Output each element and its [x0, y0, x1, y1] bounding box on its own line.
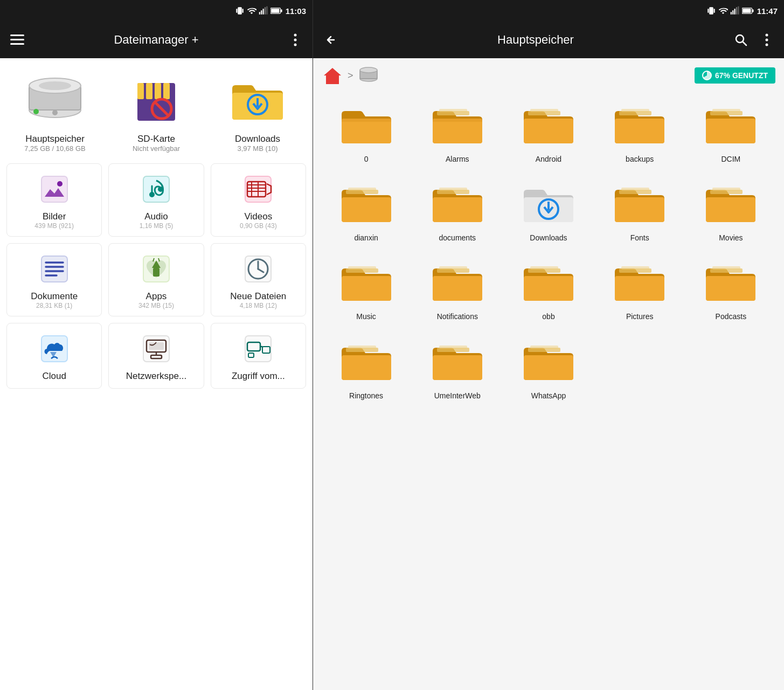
hauptspeicher-sub: 7,25 GB / 10,68 GB	[24, 144, 85, 153]
audio-sub: 1,16 MB (5)	[140, 222, 174, 230]
folder-android[interactable]: Android	[504, 94, 593, 168]
hauptspeicher-label: Hauptspeicher	[25, 134, 85, 144]
svg-rect-9	[271, 9, 279, 13]
cloud-label: Cloud	[42, 371, 66, 382]
right-wifi-icon	[718, 6, 728, 16]
folder-dianxin-name: dianxin	[354, 233, 378, 243]
vibrate-icon	[235, 6, 245, 16]
category-apps[interactable]: Apps 342 MB (15)	[108, 243, 204, 316]
folder-whatsapp[interactable]: WhatsApp	[504, 330, 593, 405]
bilder-sub: 439 MB (921)	[34, 222, 74, 230]
folder-icon	[339, 104, 393, 147]
right-time: 11:47	[757, 6, 778, 16]
svg-rect-93	[433, 119, 482, 143]
storage-item-downloads-main[interactable]: Downloads 3,97 MB (10)	[214, 67, 301, 153]
right-panel: 11:47 Hauptspeicher >	[313, 0, 784, 690]
folder-obb[interactable]: obb	[504, 251, 593, 326]
svg-point-16	[294, 44, 297, 46]
category-bilder[interactable]: Bilder 439 MB (921)	[6, 163, 102, 237]
storage-row: Hauptspeicher 7,25 GB / 10,68 GB	[4, 67, 308, 153]
svg-rect-109	[433, 197, 482, 222]
dokumente-label: Dokumente	[31, 291, 78, 302]
svg-rect-138	[348, 346, 376, 349]
folder-dcim[interactable]: DCIM	[686, 94, 775, 168]
storage-item-hauptspeicher[interactable]: Hauptspeicher 7,25 GB / 10,68 GB	[12, 67, 98, 153]
svg-rect-10	[281, 9, 282, 12]
folder-notifications[interactable]: Notifications	[413, 251, 502, 326]
category-netzwerk[interactable]: Netzwerkspe...	[108, 323, 204, 389]
svg-rect-5	[262, 9, 263, 15]
svg-rect-106	[342, 197, 391, 222]
svg-rect-130	[615, 276, 664, 301]
folder-fonts[interactable]: Fonts	[595, 172, 684, 247]
svg-rect-133	[706, 276, 755, 301]
search-button[interactable]	[732, 31, 750, 49]
svg-point-34	[57, 181, 63, 187]
sdkarte-label: SD-Karte	[137, 134, 175, 144]
svg-rect-70	[713, 9, 714, 13]
svg-point-15	[294, 39, 297, 42]
folder-ringtones[interactable]: Ringtones	[322, 330, 411, 405]
svg-rect-35	[143, 176, 169, 202]
svg-rect-6	[265, 7, 266, 15]
folder-downloads[interactable]: Downloads	[504, 172, 593, 247]
svg-rect-108	[348, 188, 376, 191]
svg-point-37	[158, 187, 163, 192]
folder-ringtones-name: Ringtones	[349, 391, 383, 401]
left-more-button[interactable]	[287, 31, 304, 49]
folder-podcasts[interactable]: Podcasts	[686, 251, 775, 326]
folder-music-name: Music	[356, 312, 376, 321]
category-zugriff[interactable]: Zugriff vom...	[211, 323, 306, 389]
category-cloud[interactable]: Cloud	[6, 323, 102, 389]
folder-pictures[interactable]: Pictures	[595, 251, 684, 326]
category-grid: Bilder 439 MB (921) Audio 1,16 MB (5) Vi…	[4, 163, 308, 389]
home-icon[interactable]	[322, 65, 343, 86]
folder-notifications-name: Notifications	[437, 312, 478, 321]
sdkarte-sub: Nicht verfügbar	[133, 144, 180, 153]
category-dokumente[interactable]: Dokumente 28,31 KB (1)	[6, 243, 102, 316]
folder-grid: 0 Alarms	[322, 94, 775, 405]
svg-rect-117	[621, 188, 649, 191]
svg-rect-45	[41, 256, 67, 282]
folder-alarms-name: Alarms	[446, 154, 469, 164]
svg-rect-2	[238, 7, 242, 15]
category-neue[interactable]: Neue Dateien 4,18 MB (12)	[211, 243, 306, 316]
svg-rect-96	[439, 109, 467, 112]
folder-movies[interactable]: Movies	[686, 172, 775, 247]
right-vibrate-icon	[706, 6, 716, 16]
folder-dianxin[interactable]: dianxin	[322, 172, 411, 247]
left-content: Hauptspeicher 7,25 GB / 10,68 GB	[0, 58, 313, 690]
svg-point-36	[149, 192, 155, 197]
back-button[interactable]	[322, 31, 339, 49]
svg-rect-97	[524, 119, 573, 143]
svg-rect-115	[615, 197, 664, 222]
svg-rect-73	[732, 10, 733, 15]
downloads-label: Downloads	[235, 134, 280, 144]
right-more-button[interactable]	[758, 31, 775, 49]
cloud-icon	[36, 330, 73, 368]
downloads-folder-icon	[228, 72, 287, 126]
downloads-icon-area	[225, 67, 290, 132]
left-app-bar: Dateimanager +	[0, 22, 313, 58]
netzwerk-icon	[137, 330, 175, 368]
folder-0[interactable]: 0	[322, 94, 411, 168]
folder-icon	[522, 104, 575, 147]
category-audio[interactable]: Audio 1,16 MB (5)	[108, 163, 204, 237]
svg-rect-105	[712, 109, 740, 112]
drive-icon[interactable]	[358, 65, 379, 86]
dokumente-sub: 28,31 KB (1)	[36, 302, 72, 309]
svg-rect-99	[530, 109, 558, 112]
folder-music[interactable]: Music	[322, 251, 411, 326]
menu-button[interactable]	[9, 31, 26, 49]
category-videos[interactable]: Videos 0,90 GB (43)	[211, 163, 306, 237]
folder-alarms[interactable]: Alarms	[413, 94, 502, 168]
folder-umelnterweb[interactable]: UmeInterWeb	[413, 330, 502, 405]
svg-rect-139	[433, 355, 482, 380]
folder-backups[interactable]: backups	[595, 94, 684, 168]
neue-sub: 4,18 MB (12)	[240, 302, 277, 309]
zugriff-icon	[239, 330, 277, 368]
folder-documents[interactable]: documents	[413, 172, 502, 247]
storage-item-sdkarte[interactable]: SD-Karte Nicht verfügbar	[113, 67, 199, 153]
netzwerk-label: Netzwerkspe...	[126, 371, 186, 382]
svg-rect-103	[706, 119, 755, 143]
